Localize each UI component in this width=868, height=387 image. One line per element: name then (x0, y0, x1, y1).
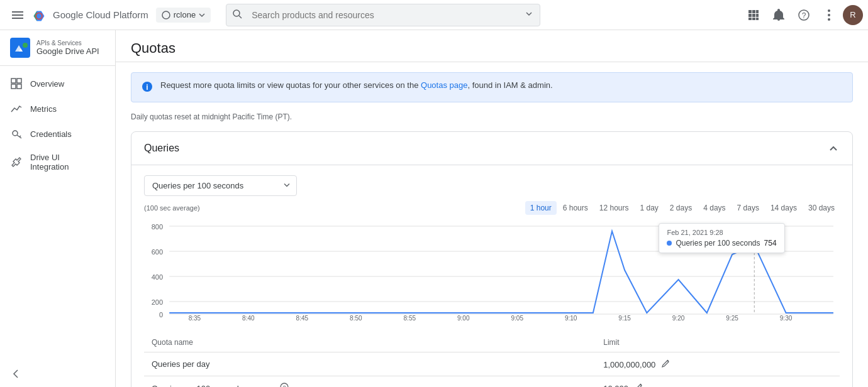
svg-text:9:30: 9:30 (780, 315, 793, 320)
page-title: Quotas (131, 40, 853, 57)
search-bar (226, 4, 540, 26)
tooltip-value: 754 (764, 239, 777, 248)
time-btn-30days[interactable]: 30 days (803, 201, 840, 215)
search-expand-icon[interactable] (525, 9, 535, 21)
time-btn-12hours[interactable]: 12 hours (594, 201, 634, 215)
card-header: Queries (131, 132, 852, 165)
svg-rect-14 (752, 18, 755, 20)
sidebar-item-label: Drive UI Integration (30, 153, 100, 172)
svg-text:8:35: 8:35 (189, 315, 201, 320)
svg-rect-26 (17, 84, 21, 89)
sidebar-app-label: APIs & Services (36, 40, 99, 46)
quota-table: Quota name Limit Queries per day 1,000,0… (144, 333, 840, 387)
hamburger-menu-button[interactable] (5, 3, 30, 28)
svg-point-4 (162, 11, 170, 19)
vertical-dots-icon (828, 9, 830, 21)
time-btn-1hour[interactable]: 1 hour (525, 201, 557, 215)
quota-limit-header: Limit (596, 333, 840, 352)
project-selector[interactable]: rclone (156, 8, 211, 23)
metric-selector[interactable]: Queries per 100 seconds Queries per day … (144, 175, 297, 196)
svg-text:9:15: 9:15 (618, 315, 631, 320)
svg-point-22 (23, 43, 28, 48)
table-row: Queries per day 1,000,000,000 (144, 352, 840, 376)
page-header: Quotas (116, 30, 868, 62)
info-banner: i Request more quota limits or view quot… (131, 72, 853, 102)
time-btn-14days[interactable]: 14 days (765, 201, 802, 215)
sidebar-item-credentials[interactable]: Credentials (0, 121, 110, 146)
svg-line-6 (239, 16, 242, 18)
quota-name-cell: Queries per 100 seconds per user ? (144, 376, 596, 388)
sidebar: APIs & Services Google Drive API Overvie… (0, 30, 116, 387)
sidebar-item-overview[interactable]: Overview (0, 71, 110, 96)
card-title: Queries (144, 143, 179, 154)
topnav-actions: ? R (742, 4, 863, 26)
quota-limit-cell: 1,000,000,000 (596, 352, 840, 376)
card-collapse-button[interactable] (827, 142, 840, 155)
info-banner-text: Request more quota limits or view quotas… (160, 80, 553, 90)
time-btn-6hours[interactable]: 6 hours (558, 201, 593, 215)
svg-text:9:05: 9:05 (511, 315, 523, 320)
sidebar-collapse-button[interactable] (0, 361, 115, 387)
brand-logo: Google Cloud Platform (30, 8, 148, 22)
svg-text:9:20: 9:20 (672, 315, 685, 320)
edit-quota-button-0[interactable] (662, 359, 670, 368)
metric-selector-wrapper: Queries per 100 seconds Queries per day … (144, 175, 297, 196)
quota-limit-cell: 10,000 (596, 376, 840, 388)
tooltip-metric: Queries per 100 seconds (676, 239, 760, 248)
svg-text:800: 800 (152, 223, 163, 231)
quotas-page-link[interactable]: Quotas page (421, 80, 467, 90)
time-btn-7days[interactable]: 7 days (732, 201, 764, 215)
notifications-button[interactable] (767, 4, 790, 26)
project-name: rclone (174, 10, 196, 19)
main-content: Quotas i Request more quota limits or vi… (116, 30, 868, 387)
chart-container: Feb 21, 2021 9:28 Queries per 100 second… (144, 220, 840, 320)
quota-help-icon[interactable]: ? (280, 383, 289, 387)
svg-rect-1 (12, 14, 23, 16)
time-btn-4days[interactable]: 4 days (698, 201, 730, 215)
sidebar-item-drive-ui[interactable]: Drive UI Integration (0, 146, 110, 178)
tooltip-metric-row: Queries per 100 seconds 754 (667, 239, 776, 248)
sidebar-app-name: Google Drive API (36, 46, 99, 56)
svg-point-5 (233, 10, 240, 16)
sidebar-app-header: APIs & Services Google Drive API (0, 30, 115, 66)
time-btn-1day[interactable]: 1 day (635, 201, 664, 215)
top-navigation: Google Cloud Platform rclone (0, 0, 868, 30)
info-icon: i (142, 81, 153, 94)
svg-rect-12 (756, 14, 759, 17)
collapse-icon (10, 368, 21, 379)
key-icon (10, 128, 23, 140)
sidebar-item-label: Overview (30, 79, 64, 89)
svg-rect-15 (756, 18, 759, 20)
apps-button[interactable] (742, 4, 765, 26)
table-row: Queries per 100 seconds per user ? 10,00… (144, 376, 840, 388)
quota-name-cell: Queries per day (144, 352, 596, 376)
more-options-button[interactable] (818, 4, 840, 26)
svg-rect-13 (748, 18, 752, 20)
svg-text:400: 400 (152, 273, 163, 281)
tool-icon (10, 156, 23, 168)
daily-reset-text: Daily quotas reset at midnight Pacific T… (131, 112, 853, 121)
search-icon (232, 9, 242, 21)
help-icon: ? (798, 9, 810, 21)
tooltip-dot (667, 241, 672, 246)
time-btn-2days[interactable]: 2 days (665, 201, 697, 215)
chart-controls: (100 sec average) 1 hour 6 hours 12 hour… (144, 201, 840, 215)
svg-text:600: 600 (152, 248, 163, 256)
svg-rect-9 (756, 10, 759, 13)
search-input[interactable] (226, 4, 540, 26)
edit-quota-button-1[interactable] (635, 383, 643, 387)
sidebar-item-metrics[interactable]: Metrics (0, 96, 110, 121)
svg-text:8:40: 8:40 (242, 315, 255, 320)
svg-text:8:55: 8:55 (404, 315, 416, 320)
svg-text:200: 200 (152, 298, 163, 306)
svg-rect-0 (12, 11, 23, 13)
svg-point-19 (828, 14, 830, 16)
svg-point-27 (13, 131, 18, 136)
google-cloud-icon (30, 8, 48, 22)
user-avatar[interactable]: R (843, 5, 863, 25)
quota-name-header: Quota name (144, 333, 596, 352)
notifications-icon (773, 9, 784, 21)
help-button[interactable]: ? (793, 4, 815, 26)
edit-icon (635, 383, 643, 387)
svg-point-18 (828, 9, 830, 12)
